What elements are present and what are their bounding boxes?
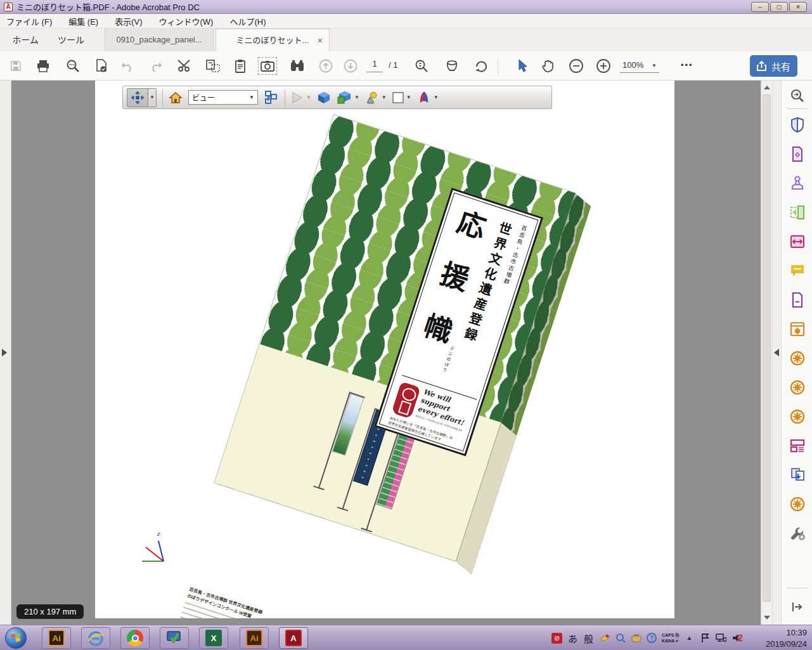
- taskbar-excel[interactable]: X: [199, 627, 228, 649]
- convert-pdf-tool[interactable]: [790, 467, 805, 483]
- caps-kana-indicator[interactable]: CAPS ⎘ KANA ▾: [662, 632, 679, 644]
- ime-help-icon[interactable]: ?: [647, 633, 657, 643]
- network-icon[interactable]: [716, 633, 726, 644]
- ime-pad-icon[interactable]: [599, 633, 610, 644]
- menu-file[interactable]: ファイル (F): [6, 15, 52, 27]
- dynamic-zoom-icon[interactable]: [412, 57, 431, 75]
- more-tools-icon[interactable]: •••: [681, 60, 693, 70]
- collapse-tools-pane-icon[interactable]: [774, 349, 779, 356]
- vertical-scrollbar[interactable]: [761, 81, 772, 625]
- undo-icon[interactable]: [118, 57, 137, 75]
- hand-pan-icon[interactable]: [539, 57, 558, 75]
- taskbar-security-app[interactable]: [160, 627, 189, 649]
- taskbar-clock[interactable]: 10:39 2019/09/24: [746, 627, 807, 649]
- taskbar-internet-explorer[interactable]: [81, 627, 110, 649]
- fill-sign-tool[interactable]: [790, 292, 805, 308]
- protect-shield-tool[interactable]: [790, 117, 805, 133]
- binoculars-icon[interactable]: [288, 57, 307, 75]
- tab-tools[interactable]: ツール: [51, 29, 91, 51]
- ime-hiragana-indicator[interactable]: あ: [567, 633, 578, 644]
- action-wizard-tool[interactable]: [790, 322, 805, 337]
- lighting-lamp-button[interactable]: ▼: [365, 89, 387, 107]
- next-page-icon[interactable]: [341, 57, 360, 75]
- menu-edit[interactable]: 編集 (E): [68, 15, 98, 27]
- tab-bar: ホーム ツール 0910_package_panel... ミニのぼりセット..…: [0, 29, 812, 51]
- scroll-down-icon[interactable]: [764, 616, 770, 620]
- box-title: 応援幟: [409, 205, 487, 370]
- search-icon[interactable]: [63, 57, 82, 75]
- rich-media-tool[interactable]: [790, 438, 805, 453]
- tab-home[interactable]: ホーム: [5, 29, 46, 51]
- document-area[interactable]: ▼ ビュー ▼ ▼: [11, 81, 761, 625]
- gear-badge-tool-3[interactable]: [790, 409, 805, 424]
- share-button[interactable]: 共有: [750, 55, 797, 77]
- view-dropdown[interactable]: ビュー ▼: [188, 90, 258, 105]
- ime-toolbox-icon[interactable]: [631, 633, 641, 644]
- ime-general-mode[interactable]: 般: [583, 633, 594, 644]
- print-icon[interactable]: [34, 57, 53, 75]
- doc-tab-mini-nobori[interactable]: ミニのぼりセット... ×: [216, 29, 330, 51]
- previous-page-icon[interactable]: [316, 57, 335, 75]
- close-button[interactable]: ✕: [789, 2, 807, 12]
- cross-section-button[interactable]: ▼: [417, 89, 439, 107]
- spellcheck-file-icon[interactable]: [92, 57, 111, 75]
- copy-snapshot-icon[interactable]: [203, 57, 222, 75]
- restore-button[interactable]: ▢: [770, 2, 788, 12]
- taskbar-chrome[interactable]: [120, 627, 150, 649]
- orbit-rotate-tool[interactable]: [127, 88, 148, 107]
- expand-tools-pane-icon[interactable]: [790, 599, 805, 614]
- ime-dictionary-icon[interactable]: [615, 633, 626, 644]
- render-mode-button[interactable]: ▼: [337, 89, 359, 107]
- play-animation-button[interactable]: ▼: [291, 89, 311, 107]
- gear-badge-tool-2[interactable]: [790, 380, 805, 395]
- scroll-up-icon[interactable]: [764, 86, 770, 89]
- menu-view[interactable]: 表示(V): [115, 15, 142, 27]
- show-hidden-icons[interactable]: ▲: [684, 633, 695, 644]
- save-icon[interactable]: [6, 57, 25, 75]
- comment-tool[interactable]: [790, 263, 805, 278]
- zoom-level-select[interactable]: 100% ▼: [620, 59, 659, 73]
- zoom-out-icon[interactable]: [567, 57, 586, 75]
- clipboard-paste-icon[interactable]: [231, 57, 250, 75]
- add-tools-wrench[interactable]: [790, 526, 805, 541]
- redo-icon[interactable]: [146, 57, 165, 75]
- camera-snapshot-icon[interactable]: [258, 57, 277, 75]
- 3d-toolbar: ▼ ビュー ▼ ▼: [122, 86, 552, 109]
- cut-scissors-icon[interactable]: [175, 57, 194, 75]
- page-number-input[interactable]: 1: [366, 59, 383, 72]
- tab-close-icon[interactable]: ×: [318, 29, 323, 52]
- title-bar[interactable]: A ミニのぼりセット箱.PDF - Adobe Acrobat Pro DC ─…: [0, 0, 812, 14]
- export-pdf-tool[interactable]: [790, 146, 805, 162]
- doc-tab-package-panel[interactable]: 0910_package_panel...: [105, 29, 214, 51]
- menu-window[interactable]: ウィンドウ(W): [159, 15, 214, 27]
- stamp-tool[interactable]: [790, 176, 805, 191]
- background-color-button[interactable]: ▼: [392, 89, 411, 107]
- zoom-in-icon[interactable]: [594, 57, 613, 75]
- organize-pages-tool[interactable]: [790, 205, 805, 220]
- 3d-package-box[interactable]: 百舌鳥・古市古墳群 世界文化遺産登録 のぼりデザインコンクール W受賞: [214, 115, 575, 561]
- taskbar-acrobat[interactable]: A: [279, 627, 308, 649]
- expand-nav-pane-icon[interactable]: [2, 349, 7, 356]
- search-redact-tool[interactable]: [790, 88, 805, 103]
- default-view-cube-button[interactable]: [317, 89, 331, 107]
- taskbar-illustrator-2[interactable]: Ai: [240, 627, 269, 649]
- zoom-level-value: 100%: [622, 60, 643, 71]
- volume-muted-icon[interactable]: [731, 633, 742, 644]
- action-center-flag-icon[interactable]: [700, 633, 711, 644]
- loupe-tool-icon[interactable]: [442, 57, 461, 75]
- default-view-home-button[interactable]: [169, 89, 183, 107]
- taskbar-illustrator-1[interactable]: Ai: [42, 627, 71, 649]
- gear-badge-tool-4[interactable]: [790, 497, 805, 512]
- gear-badge-tool-1[interactable]: [790, 351, 805, 366]
- menu-help[interactable]: ヘルプ(H): [229, 15, 266, 27]
- start-button[interactable]: [5, 627, 27, 649]
- orbit-tool-dropdown[interactable]: ▼: [148, 88, 157, 107]
- pdf-page[interactable]: ▼ ビュー ▼ ▼: [95, 81, 674, 618]
- compress-pdf-tool[interactable]: [790, 234, 805, 249]
- minimize-button[interactable]: ─: [751, 2, 769, 12]
- rotate-view-icon[interactable]: [472, 57, 491, 75]
- select-cursor-icon[interactable]: [513, 57, 532, 75]
- ime-off-icon[interactable]: ⊘: [551, 633, 562, 644]
- model-tree-button[interactable]: [264, 89, 279, 107]
- scrollbar-thumb[interactable]: [763, 94, 771, 602]
